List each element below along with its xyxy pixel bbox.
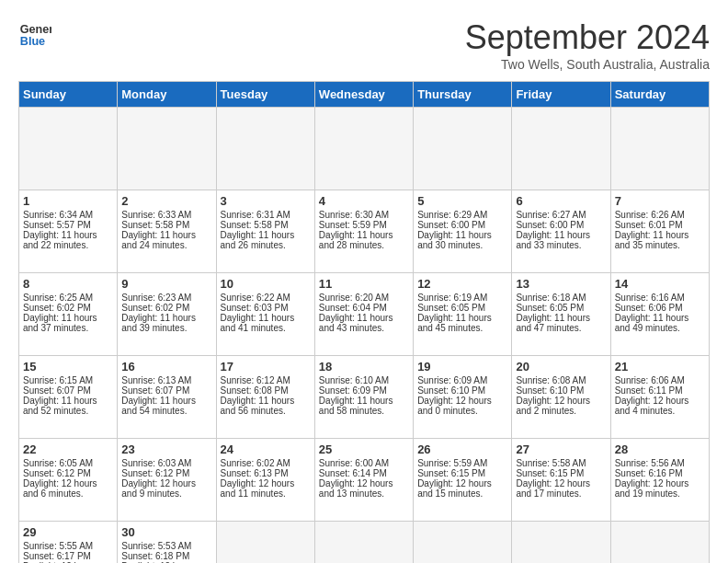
sunset-text: Sunset: 6:08 PM bbox=[221, 385, 289, 396]
day-cell-18: 18Sunrise: 6:10 AMSunset: 6:09 PMDayligh… bbox=[314, 356, 413, 439]
daylight-text: Daylight: 12 hours and 0 minutes. bbox=[417, 396, 492, 416]
week-row-0 bbox=[19, 108, 710, 190]
sunrise-text: Sunrise: 5:53 AM bbox=[121, 541, 191, 551]
day-number: 9 bbox=[121, 277, 211, 291]
day-cell-22: 22Sunrise: 6:05 AMSunset: 6:12 PMDayligh… bbox=[19, 439, 118, 522]
day-cell-30: 30Sunrise: 5:53 AMSunset: 6:18 PMDayligh… bbox=[118, 522, 216, 564]
day-number: 18 bbox=[319, 360, 409, 373]
logo-icon: General Blue bbox=[18, 18, 51, 52]
sunrise-text: Sunrise: 6:29 AM bbox=[417, 210, 487, 220]
sunrise-text: Sunrise: 5:55 AM bbox=[23, 541, 93, 551]
sunset-text: Sunset: 6:07 PM bbox=[121, 385, 189, 396]
daylight-text: Daylight: 12 hours and 11 minutes. bbox=[221, 478, 295, 499]
sunrise-text: Sunrise: 6:33 AM bbox=[121, 210, 191, 220]
day-cell-9: 9Sunrise: 6:23 AMSunset: 6:02 PMDaylight… bbox=[118, 273, 216, 356]
day-cell-empty bbox=[512, 522, 610, 564]
daylight-text: Daylight: 11 hours and 49 minutes. bbox=[615, 313, 689, 333]
svg-text:Blue: Blue bbox=[20, 35, 45, 48]
day-cell-10: 10Sunrise: 6:22 AMSunset: 6:03 PMDayligh… bbox=[216, 273, 314, 356]
sunset-text: Sunset: 6:17 PM bbox=[23, 551, 91, 561]
weekday-header-wednesday: Wednesday bbox=[314, 82, 413, 108]
weekday-header-tuesday: Tuesday bbox=[216, 82, 314, 108]
day-cell-empty bbox=[414, 522, 512, 564]
day-cell-11: 11Sunrise: 6:20 AMSunset: 6:04 PMDayligh… bbox=[314, 273, 413, 356]
day-cell-12: 12Sunrise: 6:19 AMSunset: 6:05 PMDayligh… bbox=[414, 273, 512, 356]
day-cell-16: 16Sunrise: 6:13 AMSunset: 6:07 PMDayligh… bbox=[118, 356, 216, 439]
sunset-text: Sunset: 6:00 PM bbox=[417, 220, 485, 230]
sunset-text: Sunset: 6:01 PM bbox=[615, 220, 683, 230]
daylight-text: Daylight: 11 hours and 28 minutes. bbox=[319, 230, 393, 250]
sunset-text: Sunset: 6:16 PM bbox=[615, 468, 683, 478]
sunrise-text: Sunrise: 6:22 AM bbox=[221, 293, 290, 303]
sunrise-text: Sunrise: 6:26 AM bbox=[615, 210, 685, 220]
sunrise-text: Sunrise: 6:08 AM bbox=[516, 375, 586, 385]
sunrise-text: Sunrise: 6:10 AM bbox=[319, 375, 389, 385]
sunrise-text: Sunrise: 5:59 AM bbox=[417, 458, 487, 468]
sunrise-text: Sunrise: 5:58 AM bbox=[516, 458, 586, 468]
sunrise-text: Sunrise: 6:34 AM bbox=[23, 210, 93, 220]
weekday-header-friday: Friday bbox=[512, 82, 610, 108]
day-cell-8: 8Sunrise: 6:25 AMSunset: 6:02 PMDaylight… bbox=[19, 273, 118, 356]
sunset-text: Sunset: 6:12 PM bbox=[121, 468, 189, 478]
day-number: 16 bbox=[121, 360, 211, 373]
week-row-1: 1Sunrise: 6:34 AMSunset: 5:57 PMDaylight… bbox=[19, 190, 710, 273]
day-cell-1: 1Sunrise: 6:34 AMSunset: 5:57 PMDaylight… bbox=[19, 190, 118, 273]
day-number: 22 bbox=[23, 442, 113, 456]
sunset-text: Sunset: 6:10 PM bbox=[417, 385, 485, 396]
page-header: General Blue September 2024 Two Wells, S… bbox=[18, 18, 710, 72]
daylight-text: Daylight: 11 hours and 56 minutes. bbox=[221, 396, 295, 416]
day-number: 29 bbox=[23, 525, 113, 539]
day-number: 2 bbox=[121, 194, 211, 208]
day-cell-5: 5Sunrise: 6:29 AMSunset: 6:00 PMDaylight… bbox=[414, 190, 512, 273]
sunrise-text: Sunrise: 6:20 AM bbox=[319, 293, 389, 303]
daylight-text: Daylight: 11 hours and 41 minutes. bbox=[221, 313, 295, 333]
sunset-text: Sunset: 5:57 PM bbox=[23, 220, 91, 230]
title-block: September 2024 Two Wells, South Australi… bbox=[465, 18, 710, 72]
daylight-text: Daylight: 11 hours and 22 minutes. bbox=[23, 230, 97, 250]
day-number: 3 bbox=[221, 194, 311, 208]
day-number: 5 bbox=[417, 194, 507, 208]
day-cell-3: 3Sunrise: 6:31 AMSunset: 5:58 PMDaylight… bbox=[216, 190, 314, 273]
sunrise-text: Sunrise: 6:05 AM bbox=[23, 458, 93, 468]
sunrise-text: Sunrise: 6:16 AM bbox=[615, 293, 685, 303]
sunrise-text: Sunrise: 6:30 AM bbox=[319, 210, 389, 220]
sunset-text: Sunset: 6:15 PM bbox=[516, 468, 584, 478]
weekday-header-saturday: Saturday bbox=[610, 82, 709, 108]
sunset-text: Sunset: 6:05 PM bbox=[516, 303, 584, 313]
daylight-text: Daylight: 12 hours and 15 minutes. bbox=[417, 478, 492, 499]
daylight-text: Daylight: 11 hours and 30 minutes. bbox=[417, 230, 492, 250]
day-number: 24 bbox=[221, 442, 311, 456]
day-cell-empty bbox=[314, 522, 413, 564]
sunrise-text: Sunrise: 6:13 AM bbox=[121, 375, 191, 385]
day-cell-20: 20Sunrise: 6:08 AMSunset: 6:10 PMDayligh… bbox=[512, 356, 610, 439]
day-cell-21: 21Sunrise: 6:06 AMSunset: 6:11 PMDayligh… bbox=[610, 356, 709, 439]
daylight-text: Daylight: 11 hours and 58 minutes. bbox=[319, 396, 393, 416]
weekday-header-row: SundayMondayTuesdayWednesdayThursdayFrid… bbox=[19, 82, 710, 108]
week-row-2: 8Sunrise: 6:25 AMSunset: 6:02 PMDaylight… bbox=[19, 273, 710, 356]
sunset-text: Sunset: 6:02 PM bbox=[23, 303, 91, 313]
sunrise-text: Sunrise: 6:06 AM bbox=[615, 375, 685, 385]
daylight-text: Daylight: 12 hours and 9 minutes. bbox=[121, 478, 196, 499]
daylight-text: Daylight: 11 hours and 47 minutes. bbox=[516, 313, 590, 333]
sunset-text: Sunset: 6:02 PM bbox=[121, 303, 189, 313]
sunset-text: Sunset: 6:03 PM bbox=[221, 303, 289, 313]
day-number: 21 bbox=[615, 360, 705, 373]
sunset-text: Sunset: 5:59 PM bbox=[319, 220, 387, 230]
month-title: September 2024 bbox=[465, 18, 710, 57]
day-number: 11 bbox=[319, 277, 409, 291]
day-cell-26: 26Sunrise: 5:59 AMSunset: 6:15 PMDayligh… bbox=[414, 439, 512, 522]
day-number: 14 bbox=[615, 277, 705, 291]
day-cell-14: 14Sunrise: 6:16 AMSunset: 6:06 PMDayligh… bbox=[610, 273, 709, 356]
sunrise-text: Sunrise: 6:25 AM bbox=[23, 293, 93, 303]
sunset-text: Sunset: 5:58 PM bbox=[121, 220, 189, 230]
day-cell-15: 15Sunrise: 6:15 AMSunset: 6:07 PMDayligh… bbox=[19, 356, 118, 439]
day-number: 13 bbox=[516, 277, 606, 291]
day-number: 10 bbox=[221, 277, 311, 291]
day-cell-empty bbox=[216, 522, 314, 564]
day-number: 26 bbox=[417, 442, 507, 456]
sunrise-text: Sunrise: 6:27 AM bbox=[516, 210, 586, 220]
day-number: 8 bbox=[23, 277, 113, 291]
daylight-text: Daylight: 12 hours and 17 minutes. bbox=[516, 478, 590, 499]
day-cell-empty bbox=[512, 108, 610, 190]
sunset-text: Sunset: 6:14 PM bbox=[319, 468, 387, 478]
